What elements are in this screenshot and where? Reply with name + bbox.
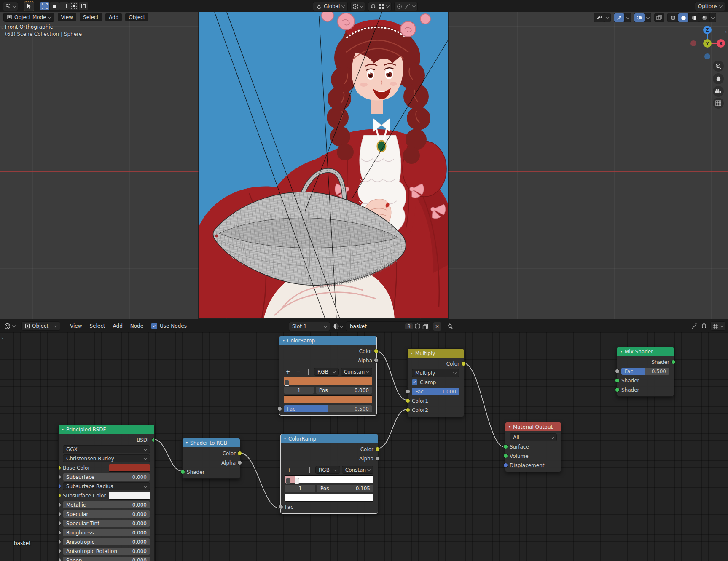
socket-fac-input[interactable] <box>406 389 410 394</box>
zoom-button[interactable] <box>713 61 724 72</box>
ramp-stop-color-swatch[interactable] <box>284 395 372 403</box>
socket-shader-input[interactable] <box>180 470 185 474</box>
socket-displacement-input[interactable] <box>503 463 508 467</box>
magnet-icon[interactable] <box>371 4 376 9</box>
select-mode-intersect-button[interactable] <box>79 2 88 10</box>
options-dropdown[interactable]: Options <box>695 2 725 11</box>
socket-color-output[interactable] <box>374 349 379 353</box>
camera-view-button[interactable] <box>713 86 724 97</box>
node-principled-bsdf[interactable]: ▾Principled BSDF BSDF GGX Christensen-Bu… <box>58 425 155 561</box>
toolbar-expand-arrow[interactable]: › <box>1 26 3 31</box>
socket-subsurface-radius-input[interactable] <box>58 484 61 489</box>
node-mix-shader[interactable]: ▾Mix Shader Shader Fac0.500 Shader Shade… <box>617 347 674 397</box>
socket-fac-input[interactable] <box>279 505 283 509</box>
collapse-triangle-icon[interactable]: ▾ <box>62 427 64 431</box>
collapse-triangle-icon[interactable]: ▾ <box>283 339 285 342</box>
snap-magnet-icon[interactable] <box>701 323 707 329</box>
mode-dropdown[interactable]: Object Mode <box>3 13 54 22</box>
select-mode-invert-button[interactable] <box>69 2 78 10</box>
ramp-add-stop-button[interactable]: + <box>285 467 293 473</box>
distribution-dropdown[interactable]: GGX <box>63 445 150 453</box>
collapse-triangle-icon[interactable]: ▾ <box>411 351 413 355</box>
socket-bsdf-output[interactable] <box>152 438 155 442</box>
menu-object[interactable]: Object <box>125 13 148 21</box>
gizmo-toggle-button[interactable] <box>614 13 624 22</box>
fac-slider[interactable]: Fac0.500 <box>621 368 669 375</box>
ramp-stop-pos-field[interactable]: Pos0.000 <box>316 387 372 394</box>
pin-icon[interactable] <box>447 323 454 329</box>
menu-add[interactable]: Add <box>105 13 122 21</box>
transform-orientation-dropdown[interactable]: Global <box>313 2 348 11</box>
socket-volume-input[interactable] <box>503 454 508 458</box>
overlays-toggle-button[interactable] <box>634 13 645 22</box>
socket-color2-input[interactable] <box>406 408 410 412</box>
menu-select[interactable]: Select <box>86 323 109 329</box>
overlays-dropdown[interactable] <box>645 13 651 22</box>
socket-fac-input[interactable] <box>277 406 282 411</box>
gizmo-neg-x-axis[interactable] <box>690 40 696 46</box>
socket-anisotropic-input[interactable] <box>58 540 61 544</box>
use-nodes-checkbox[interactable]: ✓ Use Nodes <box>151 323 187 329</box>
snap-target-dropdown[interactable] <box>710 321 725 331</box>
shading-wireframe-button[interactable] <box>668 13 678 22</box>
subsurface-color-swatch[interactable] <box>109 492 150 500</box>
unlink-material-button[interactable]: × <box>433 322 441 331</box>
material-browse-button[interactable] <box>333 323 343 329</box>
subsurface-method-dropdown[interactable]: Christensen-Burley <box>63 454 150 462</box>
editor-type-shader-button[interactable] <box>2 322 17 330</box>
orthographic-grid-button[interactable] <box>713 98 724 109</box>
socket-color-output[interactable] <box>461 361 466 366</box>
ramp-stop-handle[interactable] <box>286 478 290 484</box>
material-name-field[interactable]: basket 8 <box>346 321 430 331</box>
shader-type-dropdown[interactable]: Object <box>21 321 60 331</box>
color-ramp-gradient[interactable] <box>285 475 373 483</box>
snap-target-icon[interactable] <box>379 4 384 9</box>
socket-alpha-output[interactable] <box>374 358 379 363</box>
noodle-curving-icon[interactable] <box>691 323 698 329</box>
metallic-field[interactable]: Metallic0.000 <box>63 501 150 508</box>
node-material-output[interactable]: ▾Material Output All Surface Volume Disp… <box>505 422 561 472</box>
ramp-interpolation-dropdown[interactable]: Constan <box>342 466 373 474</box>
collapse-triangle-icon[interactable]: ▾ <box>284 437 286 441</box>
fac-slider[interactable]: Fac0.500 <box>284 405 372 412</box>
socket-fac-input[interactable] <box>615 369 620 374</box>
editor-type-button[interactable] <box>3 2 18 11</box>
ramp-tools-dropdown[interactable] <box>304 369 312 375</box>
fac-slider[interactable]: Fac1.000 <box>412 388 459 395</box>
socket-sheen-input[interactable] <box>58 558 61 561</box>
socket-alpha-output[interactable] <box>237 460 242 465</box>
ramp-stop-color-swatch[interactable] <box>285 494 373 502</box>
new-material-copy-icon[interactable] <box>422 323 428 329</box>
viewport-3d[interactable]: Object Mode View Select Add Object <box>0 12 728 319</box>
visibility-dropdown[interactable] <box>594 13 611 22</box>
gizmo-neg-z-axis[interactable] <box>704 53 710 59</box>
menu-select[interactable]: Select <box>80 13 102 21</box>
ramp-color-mode-dropdown[interactable]: RGB <box>315 466 340 474</box>
clamp-checkbox[interactable]: ✓ <box>412 379 417 385</box>
ramp-add-stop-button[interactable]: + <box>284 369 292 375</box>
node-colorramp-top[interactable]: ▾ColorRamp Color Alpha + − RGB Constan 1… <box>279 336 377 416</box>
gizmo-x-axis[interactable]: X <box>717 39 725 48</box>
select-mode-set-button[interactable] <box>40 2 49 10</box>
socket-shader1-input[interactable] <box>615 378 620 383</box>
ramp-remove-stop-button[interactable]: − <box>295 467 304 473</box>
proportional-edit-icon[interactable] <box>397 4 402 9</box>
socket-color1-input[interactable] <box>406 398 410 403</box>
color-ramp-gradient[interactable] <box>284 377 372 385</box>
ramp-interpolation-dropdown[interactable]: Constan <box>341 368 372 376</box>
socket-color-output[interactable] <box>237 451 242 456</box>
gizmo-dropdown[interactable] <box>625 13 631 22</box>
node-colorramp-bottom[interactable]: ▾ColorRamp Color Alpha + − RGB Constan 1 <box>280 434 378 514</box>
menu-view[interactable]: View <box>58 13 76 21</box>
socket-surface-input[interactable] <box>503 444 508 449</box>
shading-solid-button[interactable] <box>678 13 688 22</box>
output-target-dropdown[interactable]: All <box>510 433 557 441</box>
socket-base-color-input[interactable] <box>58 465 61 470</box>
active-tool-select-button[interactable] <box>24 1 34 11</box>
socket-alpha-output[interactable] <box>375 456 380 461</box>
socket-metallic-input[interactable] <box>58 502 61 507</box>
collapse-triangle-icon[interactable]: ▾ <box>509 425 510 429</box>
socket-specular-tint-input[interactable] <box>58 521 61 526</box>
collapse-triangle-icon[interactable]: ▾ <box>186 441 188 445</box>
anisotropic-rotation-field[interactable]: Anisotropic Rotation0.000 <box>63 548 150 555</box>
